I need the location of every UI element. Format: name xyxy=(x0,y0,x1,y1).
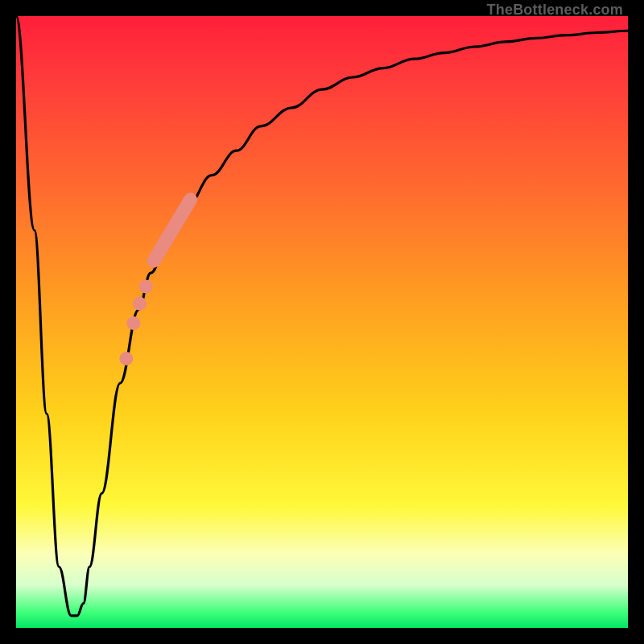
svg-line-0 xyxy=(154,200,191,261)
chart-stage: TheBottleneck.com xyxy=(0,0,644,644)
highlight-dot xyxy=(119,352,133,365)
highlight-markers xyxy=(16,16,628,628)
highlight-dot xyxy=(139,279,153,293)
highlight-dot xyxy=(133,297,147,311)
highlight-dot xyxy=(126,316,140,330)
plot-area xyxy=(16,16,628,628)
